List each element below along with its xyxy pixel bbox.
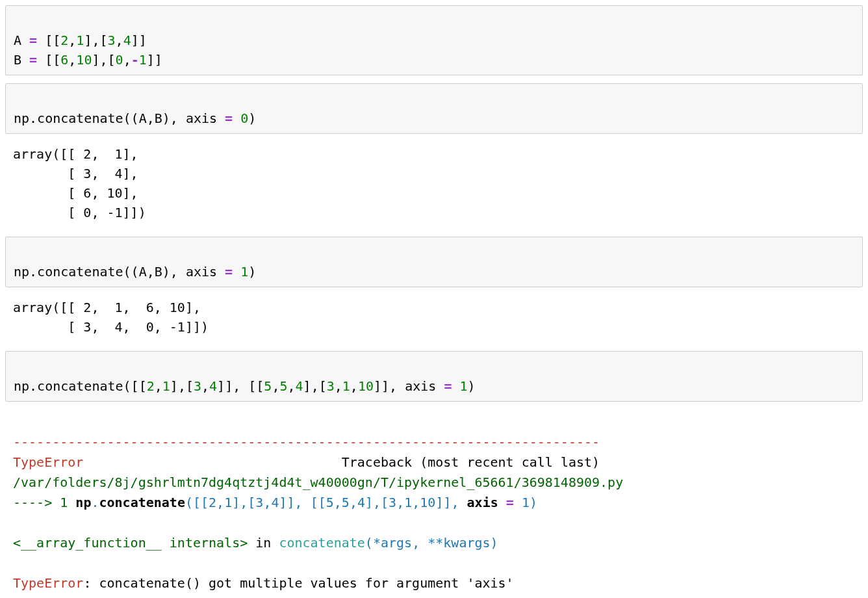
output-cell-axis1: array([[ 2, 1, 6, 10], [ 3, 4, 0, -1]]) xyxy=(5,295,863,346)
final-error-message: : concatenate() got multiple values for … xyxy=(83,575,513,591)
code-cell-definitions[interactable]: A = [[2,1],[3,4]] B = [[6,10],[0,-1]] xyxy=(5,5,863,75)
code-cell-concat-axis0[interactable]: np.concatenate((A,B), axis = 0) xyxy=(5,83,863,134)
traceback-rule: ----------------------------------------… xyxy=(13,434,600,450)
error-arrow: ----> 1 xyxy=(13,495,68,510)
code-cell-concat-axis1[interactable]: np.concatenate((A,B), axis = 1) xyxy=(5,237,863,287)
token-op: = xyxy=(21,32,45,48)
error-type: TypeError xyxy=(13,454,83,470)
code-cell-error[interactable]: np.concatenate([[2,1],[3,4]], [[5,5,4],[… xyxy=(5,351,863,402)
final-error-type: TypeError xyxy=(13,575,83,591)
output-cell-axis0: array([[ 2, 1], [ 3, 4], [ 6, 10], [ 0, … xyxy=(5,142,863,231)
token-var: A xyxy=(14,32,21,48)
traceback-output: ----------------------------------------… xyxy=(5,410,863,596)
error-path: /var/folders/8j/gshrlmtn7dg4qtztj4d4t_w4… xyxy=(13,474,623,490)
